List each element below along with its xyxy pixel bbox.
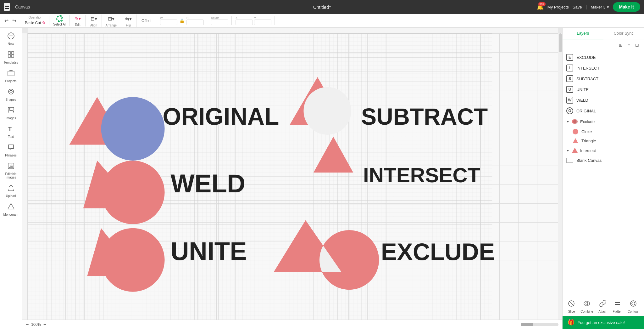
svg-rect-7 — [11, 55, 14, 57]
rotate-input[interactable] — [211, 20, 228, 25]
menu-button[interactable]: ☰ — [4, 3, 10, 11]
canvas-content[interactable]: ORIGINAL SUBTRACT WELD INTERSECT — [28, 33, 562, 320]
svg-rect-27 — [615, 304, 620, 305]
sale-text: You get an exclusive sale! — [578, 320, 625, 325]
layer-item-intersect[interactable]: I INTERSECT — [563, 63, 644, 73]
sidebar-item-templates[interactable]: Templates — [2, 49, 20, 66]
original-label: ORIGINAL — [163, 103, 279, 130]
sidebar-item-phrases[interactable]: Phrases — [2, 142, 20, 159]
slice-button[interactable]: Slice — [568, 300, 575, 313]
layer-item-unite[interactable]: U UNITE — [563, 84, 644, 95]
templates-icon — [7, 51, 15, 60]
layer-name-original: ORIGINAL — [576, 109, 596, 113]
panel-tabs: Layers Color Sync — [563, 28, 644, 39]
svg-point-9 — [8, 89, 14, 94]
panel-grid-view-button[interactable]: ⊞ — [617, 41, 625, 49]
canvas-svg[interactable]: ORIGINAL SUBTRACT WELD INTERSECT — [28, 33, 562, 320]
panel-toolbar: ⊞ ≡ ⊡ — [563, 39, 644, 51]
zoom-in-button[interactable]: + — [43, 322, 46, 327]
svg-text:T: T — [8, 126, 12, 132]
sidebar-item-upload[interactable]: Upload — [2, 182, 20, 200]
ruler-horizontal: /* ruler ticks rendered below */ — [28, 28, 558, 33]
layer-letter-u: U — [566, 86, 573, 93]
y-input-group: Y — [254, 16, 271, 25]
svg-rect-11 — [8, 107, 14, 113]
flatten-button[interactable]: Flatten — [613, 300, 623, 313]
layer-item-original[interactable]: O ORIGINAL — [563, 105, 644, 116]
notification-badge: 99+ — [538, 2, 546, 6]
zoom-level: 100% — [31, 322, 41, 327]
subtract-label: SUBTRACT — [361, 104, 488, 130]
layer-group-exclude: ▼ Exclude Circle Triangle — [563, 116, 644, 145]
offset-button[interactable]: Offset — [140, 17, 153, 24]
height-input[interactable] — [186, 20, 204, 25]
width-input[interactable] — [160, 20, 177, 25]
layer-group-exclude-children: Circle Triangle — [563, 127, 644, 145]
layer-group-exclude-header[interactable]: ▼ Exclude — [563, 116, 644, 127]
combine-button[interactable]: Combine — [580, 300, 593, 313]
align-button[interactable]: ⊟▾ — [89, 14, 98, 23]
svg-line-23 — [569, 301, 574, 306]
undo-button[interactable]: ↩ — [3, 16, 10, 25]
x-input[interactable] — [236, 20, 253, 25]
panel-settings-button[interactable]: ⊡ — [633, 41, 641, 49]
contour-label: Contour — [628, 310, 639, 313]
operation-value[interactable]: Basic Cut ✎ — [25, 20, 46, 26]
edit-button[interactable]: ✎▾ — [74, 15, 82, 22]
upload-icon — [7, 184, 15, 193]
sidebar-item-shapes[interactable]: Shapes — [2, 86, 20, 103]
zoom-out-button[interactable]: − — [26, 322, 29, 327]
app-title: Canvas — [15, 4, 30, 9]
scroll-indicator[interactable] — [558, 33, 562, 320]
y-input[interactable] — [254, 20, 271, 25]
sidebar-item-images[interactable]: Images — [2, 105, 20, 122]
operation-label: Operation — [29, 16, 42, 19]
sidebar-item-monogram[interactable]: Monogram — [2, 201, 20, 218]
sidebar-item-projects[interactable]: Projects — [2, 67, 20, 85]
panel-list-view-button[interactable]: ≡ — [626, 41, 632, 49]
layer-item-circle[interactable]: Circle — [570, 127, 644, 136]
flip-button[interactable]: ⇆▾ — [124, 14, 133, 23]
new-icon — [7, 32, 15, 41]
tab-color-sync[interactable]: Color Sync — [603, 28, 644, 39]
svg-marker-15 — [8, 203, 14, 209]
layer-item-triangle[interactable]: Triangle — [570, 136, 644, 145]
layer-item-weld[interactable]: W WELD — [563, 95, 644, 105]
sidebar-item-text[interactable]: T Text — [2, 123, 20, 140]
flip-group: ⇆▾ Flip — [124, 14, 136, 27]
sidebar-item-upload-label: Upload — [6, 194, 16, 198]
redo-button[interactable]: ↪ — [11, 16, 18, 25]
sidebar-item-images-label: Images — [6, 116, 16, 120]
contour-button[interactable]: Contour — [628, 300, 639, 313]
layer-item-subtract[interactable]: S SUBTRACT — [563, 73, 644, 84]
attach-button[interactable]: Attach — [598, 300, 607, 313]
sidebar-item-phrases-label: Phrases — [5, 154, 17, 157]
svg-point-28 — [630, 301, 636, 306]
my-projects-button[interactable]: My Projects — [547, 5, 569, 9]
svg-rect-4 — [8, 52, 11, 54]
layer-name-blank-canvas: Blank Canvas — [576, 158, 602, 163]
notifications-button[interactable]: 🔔99+ — [537, 3, 544, 10]
exclude-label: EXCLUDE — [381, 238, 495, 265]
y-label: Y — [254, 16, 271, 20]
text-icon: T — [7, 125, 15, 134]
layer-group-intersect-header[interactable]: ▼ Intersect — [563, 145, 644, 156]
save-button[interactable]: Save — [573, 5, 582, 9]
tab-layers[interactable]: Layers — [563, 28, 603, 39]
projects-icon — [7, 69, 15, 78]
horizontal-scroll[interactable] — [521, 323, 558, 326]
sidebar-item-editable-images[interactable]: Editable Images — [2, 160, 20, 181]
make-it-button[interactable]: Make It — [613, 2, 640, 12]
arrange-label: Arrange — [106, 24, 117, 27]
layer-item-blank-canvas[interactable]: Blank Canvas — [563, 156, 644, 165]
scroll-thumb[interactable] — [559, 33, 562, 52]
canvas-area[interactable]: /* ruler ticks rendered below */ — [22, 28, 562, 329]
sale-banner[interactable]: 🎁 You get an exclusive sale! — [563, 316, 644, 329]
main-toolbar: ↩ ↪ Operation Basic Cut ✎ Select All ✎▾ … — [0, 14, 644, 28]
select-all-button[interactable]: Select All — [53, 15, 66, 26]
sidebar-item-new[interactable]: New — [2, 30, 20, 48]
maker-selector[interactable]: Maker 3 ▾ — [591, 5, 609, 9]
layer-item-exclude[interactable]: E EXCLUDE — [563, 52, 644, 63]
horizontal-scroll-thumb[interactable] — [521, 323, 533, 326]
arrange-button[interactable]: ⊞▾ — [107, 14, 116, 23]
